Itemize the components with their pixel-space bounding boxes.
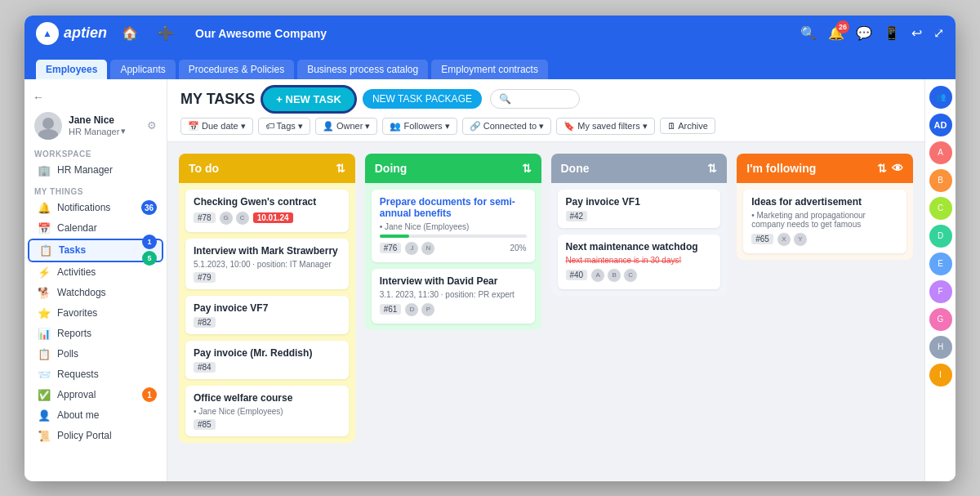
column-done: Done ⇅ Pay invoice VF1 #42 Next maintena… xyxy=(551,154,728,296)
rp-avatar-2[interactable]: B xyxy=(929,169,952,192)
column-todo-body: Checking Gwen's contract #78 G C 10.01.2… xyxy=(179,183,355,443)
sidebar-item-tasks[interactable]: 📋 Tasks 1 5 xyxy=(28,239,163,262)
card-tags: #61 D P xyxy=(380,302,527,317)
filter-due-date[interactable]: 📅 Due date ▾ xyxy=(180,118,253,135)
card-maintenance-watchdog[interactable]: Next maintenance watchdog Next maintenan… xyxy=(558,235,721,289)
tab-procedures[interactable]: Procedures & Policies xyxy=(179,60,294,79)
main: MY TASKS + NEW TASK NEW TASK PACKAGE 📅 D… xyxy=(167,79,924,481)
card-title: Ideas for advertisement xyxy=(751,196,898,208)
filter-icon-following[interactable]: ⇅ xyxy=(877,162,887,175)
filter-icon-todo[interactable]: ⇅ xyxy=(336,162,345,175)
rp-avatar-6[interactable]: F xyxy=(929,280,952,303)
right-panel: 👥 AD A B C D E F G H I xyxy=(924,79,956,481)
chat-icon[interactable]: 💬 xyxy=(856,25,872,41)
settings-icon[interactable]: ⚙ xyxy=(147,119,157,132)
main-header-top: MY TASKS + NEW TASK NEW TASK PACKAGE xyxy=(180,87,911,111)
card-title-link[interactable]: Prepare documents for semi-annual benefi… xyxy=(380,196,515,219)
column-doing-title: Doing xyxy=(375,162,408,175)
card-gwen-contract[interactable]: Checking Gwen's contract #78 G C 10.01.2… xyxy=(185,190,349,232)
progress-fill xyxy=(380,235,409,238)
card-mark-interview[interactable]: Interview with Mark Strawberry 5.1.2023,… xyxy=(185,239,349,289)
card-tags: #78 G C 10.01.24 xyxy=(194,211,341,226)
logo-icon: ▲ xyxy=(36,22,59,45)
card-tags: #85 xyxy=(194,419,341,430)
sidebar-item-activities-label: Activities xyxy=(57,266,96,278)
polls-icon: 📋 xyxy=(38,348,51,360)
kanban-board: To do ⇅ Checking Gwen's contract #78 G C xyxy=(167,142,924,481)
new-task-package-button[interactable]: NEW TASK PACKAGE xyxy=(363,89,482,109)
filter-connected-to[interactable]: 🔗 Connected to ▾ xyxy=(462,118,552,135)
sidebar-item-favorites[interactable]: ⭐ Favorites xyxy=(28,303,163,324)
column-following-body: Ideas for advertisement • Marketing and … xyxy=(737,183,913,260)
card-ideas-advertisement[interactable]: Ideas for advertisement • Marketing and … xyxy=(743,190,906,253)
rp-avatar-5[interactable]: E xyxy=(929,252,952,275)
back-arrow-icon[interactable]: ← xyxy=(33,91,44,104)
filter-icon-done[interactable]: ⇅ xyxy=(707,162,717,175)
avatar: D xyxy=(404,302,419,317)
sidebar-item-approval-label: Approval xyxy=(57,389,96,400)
filter-owner[interactable]: 👤 Owner ▾ xyxy=(315,118,378,135)
sidebar-item-notifications[interactable]: 🔔 Notifications 36 xyxy=(28,198,163,218)
filter-saved[interactable]: 🔖 My saved filters ▾ xyxy=(556,118,655,135)
bell-icon[interactable]: 🔔 26 xyxy=(828,25,844,41)
expand-icon[interactable]: ⤢ xyxy=(933,25,944,41)
card-tags: #84 xyxy=(194,362,341,373)
new-task-button[interactable]: + NEW TASK xyxy=(263,87,354,111)
page-title: MY TASKS xyxy=(180,91,255,108)
right-panel-add-user-button[interactable]: 👥 xyxy=(929,86,952,109)
tab-employees[interactable]: Employees xyxy=(36,60,107,79)
sidebar-item-requests[interactable]: 📨 Requests xyxy=(28,364,163,385)
tab-business-process[interactable]: Business process catalog xyxy=(297,60,428,79)
eye-icon[interactable]: 👁 xyxy=(892,162,903,175)
filter-followers[interactable]: 👥 Followers ▾ xyxy=(382,118,457,135)
sidebar-item-polls[interactable]: 📋 Polls xyxy=(28,344,163,364)
right-panel-user-initials[interactable]: AD xyxy=(929,114,952,136)
sidebar-item-approval[interactable]: ✅ Approval 1 xyxy=(28,385,163,405)
card-tags: #40 A B C xyxy=(566,268,713,283)
sidebar-item-activities[interactable]: ⚡ Activities xyxy=(28,262,163,283)
search-icon[interactable]: 🔍 xyxy=(800,25,817,41)
sidebar-item-requests-label: Requests xyxy=(57,369,99,380)
sidebar-item-watchdogs[interactable]: 🐕 Watchdogs xyxy=(28,283,163,303)
aboutme-icon: 👤 xyxy=(38,409,51,422)
rp-avatar-3[interactable]: C xyxy=(929,197,952,220)
sidebar-item-policyportal[interactable]: 📜 Policy Portal xyxy=(28,426,163,446)
sidebar-item-aboutme[interactable]: 👤 About me xyxy=(28,405,163,426)
task-search-input[interactable] xyxy=(490,89,580,109)
card-tags: #79 xyxy=(194,272,341,283)
card-meta: • Jane Nice (Employees) xyxy=(194,407,341,416)
card-tag: #65 xyxy=(751,234,773,244)
sidebar-item-hrmanager[interactable]: 🏢 HR Manager xyxy=(28,160,163,181)
add-icon[interactable]: ➕ xyxy=(153,22,179,44)
svg-point-0 xyxy=(42,118,54,129)
rp-avatar-7[interactable]: G xyxy=(929,308,952,331)
rp-avatar-8[interactable]: H xyxy=(929,336,952,359)
sidebar-item-reports[interactable]: 📊 Reports xyxy=(28,324,163,344)
sidebar-item-reports-label: Reports xyxy=(57,328,91,339)
workspace-label: Workspace xyxy=(24,143,167,160)
home-icon[interactable]: 🏠 xyxy=(117,22,143,44)
card-prepare-documents[interactable]: Prepare documents for semi-annual benefi… xyxy=(372,190,535,262)
svg-point-1 xyxy=(38,129,58,140)
filter-archive[interactable]: 🗓 Archive xyxy=(660,118,715,134)
card-office-welfare[interactable]: Office welfare course • Jane Nice (Emplo… xyxy=(185,386,349,436)
card-pay-reddish[interactable]: Pay invoice (Mr. Reddish) #84 xyxy=(185,341,349,379)
card-tag: #82 xyxy=(194,317,216,328)
filter-tags[interactable]: 🏷 Tags ▾ xyxy=(258,118,310,135)
tabs-bar: Employees Applicants Procedures & Polici… xyxy=(24,51,956,79)
rp-avatar-9[interactable]: I xyxy=(929,364,952,387)
rp-avatar-4[interactable]: D xyxy=(929,225,952,248)
card-pay-vf1[interactable]: Pay invoice VF1 #42 xyxy=(558,190,721,228)
logout-icon[interactable]: ↩ xyxy=(911,25,922,41)
card-david-interview[interactable]: Interview with David Pear 3.1. 2023, 11:… xyxy=(372,269,535,324)
rp-avatar-1[interactable]: A xyxy=(929,141,952,164)
card-tag: #40 xyxy=(566,270,588,280)
sidebar: ← Jane Nice HR Manager ▾ ⚙ Workspace 🏢 xyxy=(24,79,167,481)
mobile-icon[interactable]: 📱 xyxy=(884,25,900,41)
card-tag: #79 xyxy=(194,272,216,283)
card-tag: #78 xyxy=(194,212,216,223)
filter-icon-doing[interactable]: ⇅ xyxy=(522,162,532,175)
tab-applicants[interactable]: Applicants xyxy=(110,60,175,79)
tab-employment[interactable]: Employment contracts xyxy=(431,60,548,79)
card-pay-vf7[interactable]: Pay invoice VF7 #82 xyxy=(185,296,349,334)
